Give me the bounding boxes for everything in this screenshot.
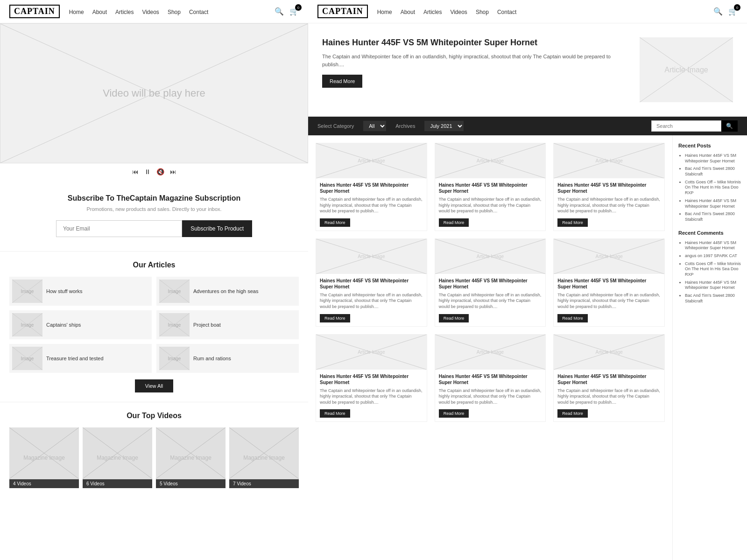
right-nav-links: Home About Articles Videos Shop Contact [377,7,713,16]
card-read-more-button[interactable]: Read More [439,409,469,418]
nav-about[interactable]: About [92,9,107,15]
recent-posts-list: Haines Hunter 445F VS 5M Whitepointer Su… [678,153,741,223]
hero-read-more-button[interactable]: Read More [322,75,362,88]
nav-articles[interactable]: Articles [115,9,134,15]
list-item: Magazine Image 6 Videos [83,427,152,488]
right-nav-contact[interactable]: Contact [497,9,516,15]
right-cart-icon[interactable]: 🛒 0 [728,7,738,16]
nav-contact[interactable]: Contact [189,9,208,15]
article-card-body: Haines Hunter 445F VS 5M Whitepointer Su… [554,370,664,422]
card-read-more-button[interactable]: Read More [557,218,588,227]
search-icon[interactable]: 🔍 [275,7,284,16]
left-logo[interactable]: CAPTAIN [9,5,60,18]
card-read-more-button[interactable]: Read More [320,314,350,322]
recent-comments-list: Haines Hunter 445F VS 5M Whitepointer Su… [678,240,741,304]
article-card-image: Article Image [316,335,427,370]
left-nav-icons: 🔍 🛒 0 [275,7,299,16]
right-nav-articles[interactable]: Articles [423,9,442,15]
image-label: Image [168,322,181,328]
article-card-title: Haines Hunter 445F VS 5M Whitepointer Su… [439,182,542,194]
category-select[interactable]: All [363,121,386,131]
top-videos-title: Our Top Videos [9,412,299,420]
card-img-label: Article Image [358,158,385,163]
article-card-body: Haines Hunter 445F VS 5M Whitepointer Su… [316,370,427,422]
archives-label: Archives [395,123,415,129]
card-img-label: Article Image [595,158,622,163]
list-item[interactable]: Cotts Goes Off – Mike Morinis On The Hun… [685,180,741,196]
right-panel: CAPTAIN Home About Articles Videos Shop … [308,0,747,560]
right-cart-badge: 0 [734,4,740,11]
list-item[interactable]: Haines Hunter 445F VS 5M Whitepointer Su… [685,240,741,251]
view-all-button[interactable]: View All [135,379,173,392]
image-label: Image [168,356,181,361]
month-select[interactable]: July 2021 [424,121,464,131]
article-card-image: Article Image [435,143,546,178]
video-image-label: Magazine Image [243,455,285,461]
list-item: Image Treasure tried and tested [9,344,152,373]
right-nav-about[interactable]: About [401,9,415,15]
list-item[interactable]: Bac And Tim's Sweet 2800 Stabicraft [685,166,741,177]
video-mute-btn[interactable]: 🔇 [156,168,164,175]
video-image-label: Magazine Image [23,455,65,461]
article-card-body-text: The Captain and Whitepointer face off in… [320,196,423,214]
article-label: How stuff works [46,288,82,294]
article-card-body-text: The Captain and Whitepointer face off in… [557,292,661,310]
list-item[interactable]: Haines Hunter 445F VS 5M Whitepointer Su… [685,198,741,209]
subscribe-button[interactable]: Subscribe To Product [182,220,252,237]
cart-icon[interactable]: 🛒 0 [289,7,299,16]
list-item[interactable]: Bac And Tim's Sweet 2800 Stabicraft [685,211,741,222]
list-item[interactable]: Cotts Goes Off – Mike Morinis On The Hun… [685,261,741,278]
video-next-btn[interactable]: ⏭ [170,168,176,175]
nav-home[interactable]: Home [69,9,84,15]
list-item[interactable]: angus on 1997 SPARK CAT [685,253,741,259]
video-prev-btn[interactable]: ⏮ [132,168,139,175]
table-row: Article Image Haines Hunter 445F VS 5M W… [553,334,665,422]
video-area: Video will be play here [0,23,308,163]
list-item[interactable]: Bac And Tim's Sweet 2800 Stabicraft [685,293,741,304]
hero-image-placeholder: Article Image [640,37,733,102]
card-img-label: Article Image [477,158,504,163]
subscribe-form: Subscribe To Product [56,220,252,237]
main-content: Article Image Haines Hunter 445F VS 5M W… [308,135,747,560]
search-input[interactable] [651,120,721,132]
category-label: Select Category [317,123,354,129]
list-item[interactable]: Haines Hunter 445F VS 5M Whitepointer Su… [685,153,741,164]
list-item[interactable]: Haines Hunter 445F VS 5M Whitepointer Su… [685,280,741,291]
right-nav-home[interactable]: Home [377,9,392,15]
hero-content: Haines Hunter 445F VS 5M Whitepointer Su… [322,37,630,102]
articles-title: Our Articles [9,261,299,269]
table-row: Article Image Haines Hunter 445F VS 5M W… [553,143,665,231]
article-image-placeholder: Image [12,313,42,336]
card-read-more-button[interactable]: Read More [557,409,588,418]
article-card-title: Haines Hunter 445F VS 5M Whitepointer Su… [439,373,542,385]
article-card-title: Haines Hunter 445F VS 5M Whitepointer Su… [320,373,423,385]
right-nav-shop[interactable]: Shop [476,9,489,15]
article-card-title: Haines Hunter 445F VS 5M Whitepointer Su… [320,182,423,194]
article-card-image: Article Image [435,239,546,274]
card-read-more-button[interactable]: Read More [320,218,350,227]
email-field[interactable] [56,220,182,237]
list-item: Magazine Image 7 Videos [229,427,299,488]
card-read-more-button[interactable]: Read More [557,314,588,322]
card-read-more-button[interactable]: Read More [320,409,350,418]
article-image-placeholder: Image [12,280,42,303]
right-logo[interactable]: CAPTAIN [317,5,368,18]
right-search-icon[interactable]: 🔍 [713,7,723,16]
card-img-label: Article Image [595,350,622,355]
right-nav: CAPTAIN Home About Articles Videos Shop … [308,0,747,23]
hero-title: Haines Hunter 445F VS 5M Whitepointer Su… [322,37,630,48]
video-pause-btn[interactable]: ⏸ [144,168,151,175]
filter-bar: Select Category All Archives July 2021 🔍 [308,117,747,135]
card-read-more-button[interactable]: Read More [439,218,469,227]
article-card-body-text: The Captain and Whitepointer face off in… [320,388,423,406]
card-read-more-button[interactable]: Read More [439,314,469,322]
article-image-placeholder: Image [159,313,190,336]
article-card-body: Haines Hunter 445F VS 5M Whitepointer Su… [435,274,546,326]
right-nav-videos[interactable]: Videos [450,9,467,15]
left-panel: CAPTAIN Home About Articles Videos Shop … [0,0,308,560]
video-count-badge: 6 Videos [83,479,152,488]
nav-shop[interactable]: Shop [168,9,181,15]
nav-videos[interactable]: Videos [142,9,159,15]
table-row: Article Image Haines Hunter 445F VS 5M W… [316,334,427,422]
search-button[interactable]: 🔍 [721,120,738,132]
